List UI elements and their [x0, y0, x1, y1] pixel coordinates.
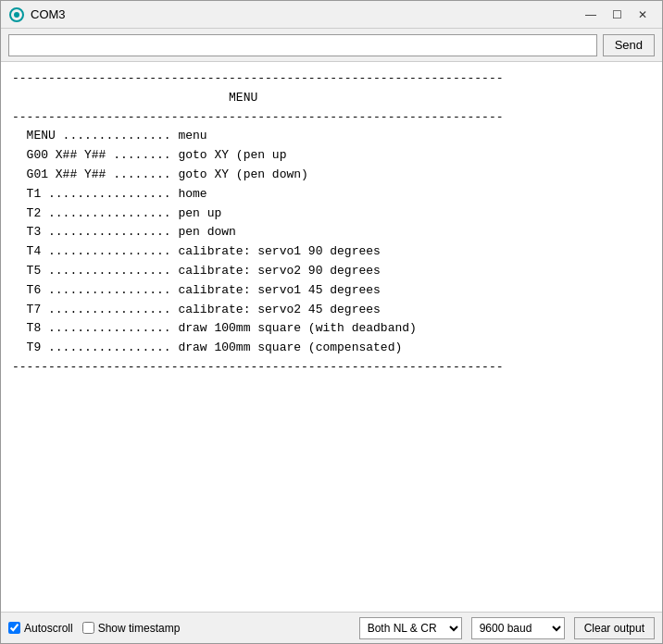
app-icon [8, 6, 25, 23]
svg-point-1 [14, 12, 19, 18]
command-input[interactable] [8, 34, 597, 56]
main-window: COM3 — ☐ ✕ Send ------------------------… [0, 0, 663, 644]
window-title: COM3 [31, 7, 579, 21]
show-timestamp-checkbox[interactable] [82, 622, 94, 634]
toolbar: Send [1, 29, 662, 62]
minimize-button[interactable]: — [579, 5, 603, 25]
close-button[interactable]: ✕ [631, 5, 655, 25]
clear-output-button[interactable]: Clear output [574, 617, 655, 639]
baud-rate-dropdown[interactable]: 300 baud1200 baud2400 baud4800 baud9600 … [471, 617, 565, 639]
line-ending-dropdown[interactable]: No line endingNewlineCarriage returnBoth… [359, 617, 462, 639]
send-button[interactable]: Send [603, 34, 655, 56]
title-bar: COM3 — ☐ ✕ [1, 1, 662, 29]
status-bar: Autoscroll Show timestamp No line ending… [1, 612, 662, 643]
output-area: ----------------------------------------… [1, 62, 662, 612]
show-timestamp-label[interactable]: Show timestamp [82, 622, 181, 635]
autoscroll-checkbox[interactable] [8, 622, 20, 634]
window-controls: — ☐ ✕ [579, 5, 655, 25]
autoscroll-label[interactable]: Autoscroll [8, 622, 73, 635]
maximize-button[interactable]: ☐ [605, 5, 629, 25]
